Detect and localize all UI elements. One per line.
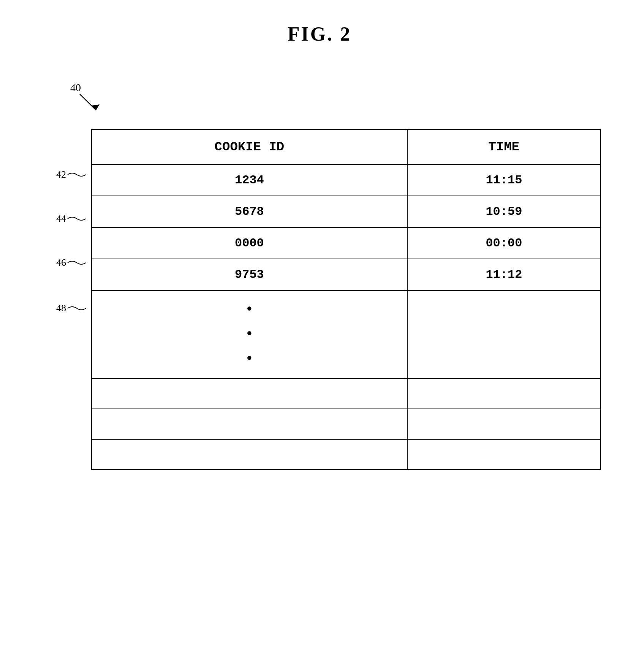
table-row-empty-3 — [92, 439, 601, 470]
table-row: 0000 00:00 — [92, 227, 601, 259]
table-row-empty-1 — [92, 379, 601, 409]
ref-42-tilde — [68, 173, 86, 176]
table-wrapper: COOKIE ID TIME 1234 11:15 5678 10:59 000… — [91, 129, 601, 470]
ref-40-arrow-line — [80, 94, 96, 110]
cell-time-1059: 10:59 — [407, 196, 601, 227]
cell-time-0000: 00:00 — [407, 227, 601, 259]
cell-empty-time-2 — [407, 409, 601, 439]
table-row-dots: ••• — [92, 290, 601, 379]
ref-48-label: 48 — [56, 303, 66, 314]
ref-40-arrowhead — [92, 104, 100, 110]
table-row: 5678 10:59 — [92, 196, 601, 227]
cell-cookie-id-9753: 9753 — [92, 259, 407, 290]
column-header-time: TIME — [407, 129, 601, 164]
cell-dots-time — [407, 290, 601, 379]
ref-40-label: 40 — [70, 82, 81, 93]
ref-48-tilde — [68, 307, 86, 310]
ref-44-label: 44 — [56, 213, 66, 224]
table-header-row: COOKIE ID TIME — [92, 129, 601, 164]
cell-empty-time-3 — [407, 439, 601, 470]
cell-empty-cookie-1 — [92, 379, 407, 409]
ref-46-tilde — [68, 261, 86, 264]
cell-empty-time-1 — [407, 379, 601, 409]
table-row: 9753 11:12 — [92, 259, 601, 290]
cell-cookie-id-0000: 0000 — [92, 227, 407, 259]
table-row: 1234 11:15 — [92, 164, 601, 196]
page-container: FIG. 2 40 42 44 46 48 COOKIE ID TIME — [0, 0, 639, 672]
cell-empty-cookie-3 — [92, 439, 407, 470]
figure-title: FIG. 2 — [0, 0, 639, 45]
cell-time-1112: 11:12 — [407, 259, 601, 290]
cell-empty-cookie-2 — [92, 409, 407, 439]
ref-46-label: 46 — [56, 257, 66, 268]
ref-42-label: 42 — [56, 169, 66, 180]
cell-cookie-id-5678: 5678 — [92, 196, 407, 227]
column-header-cookie-id: COOKIE ID — [92, 129, 407, 164]
ref-44-tilde — [68, 217, 86, 220]
cell-cookie-id-1234: 1234 — [92, 164, 407, 196]
cell-dots: ••• — [92, 290, 407, 379]
table-row-empty-2 — [92, 409, 601, 439]
cell-time-1115: 11:15 — [407, 164, 601, 196]
data-table: COOKIE ID TIME 1234 11:15 5678 10:59 000… — [91, 129, 601, 470]
